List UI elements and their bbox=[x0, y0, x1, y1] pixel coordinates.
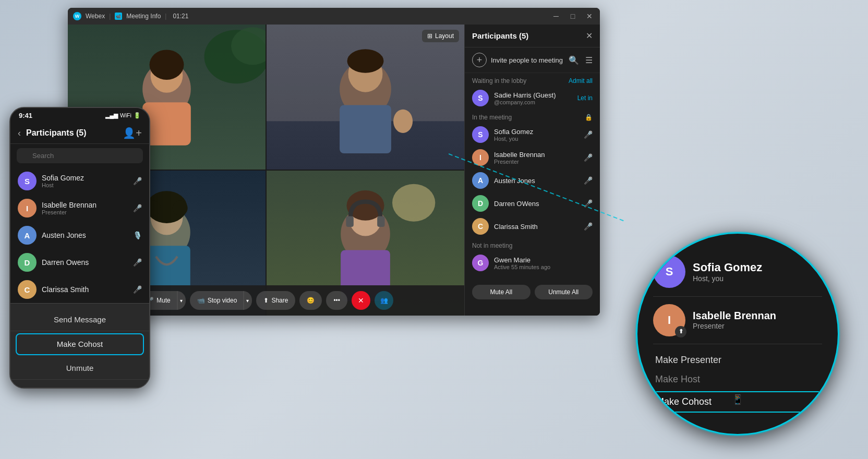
svg-point-13 bbox=[347, 49, 383, 73]
svg-point-22 bbox=[392, 184, 435, 222]
layout-label: Layout bbox=[435, 32, 454, 40]
lobby-avatar: S bbox=[472, 90, 489, 106]
panel-title: Participants (5) bbox=[472, 31, 528, 40]
minimize-button[interactable]: ─ bbox=[551, 11, 561, 21]
circle-sofia-info: Sofia Gomez Host, you bbox=[693, 261, 762, 283]
mobile-isabelle-avatar: I bbox=[18, 199, 37, 218]
end-call-icon: ✕ bbox=[358, 296, 364, 305]
mobile-clarissa[interactable]: C Clarissa Smith 🎤 bbox=[10, 276, 149, 303]
close-button[interactable]: ✕ bbox=[584, 11, 595, 21]
search-input[interactable] bbox=[17, 148, 143, 163]
austen-mobile-mic: 🎙️ bbox=[133, 231, 142, 239]
participant-isabelle[interactable]: I Isabelle Brennan Presenter 🎤 bbox=[465, 146, 600, 169]
send-message-action[interactable]: Send Message bbox=[10, 309, 149, 331]
mobile-frame: 9:41 ▂▄▆ WiFi 🔋 ‹ Participants (5) 👤+ 🔍 … bbox=[9, 107, 150, 389]
gwen-avatar: G bbox=[472, 255, 489, 271]
circle-divider-1 bbox=[653, 296, 822, 297]
invite-section: + Invite people to meeting 🔍 ☰ bbox=[465, 47, 600, 73]
stop-video-button[interactable]: 📹 Stop video bbox=[190, 291, 245, 310]
layout-button[interactable]: ⊞ Layout bbox=[422, 30, 459, 42]
sofia-mobile-mic: 🎤 bbox=[133, 177, 142, 185]
sofia-name: Sofia Gomez bbox=[494, 128, 578, 136]
more-button[interactable]: ••• bbox=[326, 291, 347, 310]
darren-name: Darren OWens bbox=[494, 200, 578, 208]
clarissa-mic-icon: 🎤 bbox=[584, 222, 593, 231]
end-call-button[interactable]: ✕ bbox=[352, 291, 370, 310]
mobile-panel-title: Participants (5) bbox=[26, 128, 117, 138]
panel-close-button[interactable]: ✕ bbox=[586, 31, 593, 41]
layout-icon: ⊞ bbox=[427, 32, 432, 40]
mobile-austen-info: Austen Jones bbox=[42, 231, 86, 239]
isabelle-name: Isabelle Brennan bbox=[494, 151, 578, 159]
clarissa-info: Clarissa Smith bbox=[494, 223, 578, 231]
mobile-isabelle-info: Isabelle Brennan Presenter bbox=[42, 201, 97, 215]
make-presenter-item[interactable]: Make Presenter bbox=[653, 351, 822, 370]
meeting-info-label: Meeting Info bbox=[126, 13, 161, 20]
gwen-name: Gwen Marie bbox=[494, 256, 593, 264]
mobile-darren-name: Darren Owens bbox=[42, 258, 89, 267]
mute-all-button[interactable]: Mute All bbox=[472, 285, 531, 299]
mobile-isabelle[interactable]: I Isabelle Brennan Presenter 🎤 bbox=[10, 195, 149, 222]
isabelle-role: Presenter bbox=[494, 159, 578, 165]
make-host-label: Make Host bbox=[655, 374, 700, 384]
search-participants-button[interactable]: 🔍 bbox=[569, 55, 579, 65]
meeting-section-header: In the meeting 🔒 bbox=[465, 110, 600, 123]
video-dropdown[interactable]: ▾ bbox=[243, 291, 252, 310]
participant-darren[interactable]: D Darren OWens 🎤 bbox=[465, 192, 600, 215]
participant-sofia[interactable]: S Sofia Gomez Host, you 🎤 bbox=[465, 123, 600, 146]
circle-sofia-name: Sofia Gomez bbox=[693, 261, 762, 274]
make-presenter-label: Make Presenter bbox=[655, 355, 721, 365]
circle-isabelle-info: Isabelle Brennan Presenter bbox=[693, 310, 776, 330]
window-controls: ─ □ ✕ bbox=[551, 11, 595, 21]
svg-point-12 bbox=[393, 110, 413, 133]
participant-clarissa[interactable]: C Clarissa Smith 🎤 bbox=[465, 215, 600, 238]
participant-austen[interactable]: A Austen Jones 🎤 bbox=[465, 169, 600, 192]
darren-mic-icon: 🎤 bbox=[584, 199, 593, 208]
app-title: Webex bbox=[86, 13, 105, 20]
gwen-activity: Active 55 minutes ago bbox=[494, 264, 593, 270]
make-cohost-action[interactable]: Make Cohost bbox=[16, 333, 144, 355]
sort-participants-button[interactable]: ☰ bbox=[585, 55, 593, 65]
mobile-header: ‹ Participants (5) 👤+ bbox=[10, 123, 149, 144]
mute-dropdown[interactable]: ▾ bbox=[177, 291, 186, 310]
austen-name: Austen Jones bbox=[494, 177, 578, 185]
share-label: Share bbox=[271, 297, 288, 304]
add-person-button[interactable]: 👤+ bbox=[123, 127, 142, 139]
admit-all-button[interactable]: Admit all bbox=[569, 77, 593, 84]
wifi-icon: WiFi bbox=[120, 112, 131, 118]
mobile-participant-list: S Sofia Gomez Host 🎤 I Isabelle Brennan … bbox=[10, 167, 149, 303]
video-icon: 📹 bbox=[197, 297, 205, 304]
share-button[interactable]: ⬆ Share bbox=[256, 291, 295, 310]
mobile-sofia[interactable]: S Sofia Gomez Host 🎤 bbox=[10, 167, 149, 195]
unmute-all-button[interactable]: Unmute All bbox=[535, 285, 593, 299]
austen-info: Austen Jones bbox=[494, 177, 578, 185]
mobile-sofia-role: Host bbox=[42, 182, 84, 188]
make-host-item[interactable]: Make Host bbox=[653, 370, 822, 389]
invite-button[interactable]: + bbox=[472, 53, 487, 67]
stop-video-label: Stop video bbox=[208, 297, 237, 304]
mobile-action-sheet: Send Message Make Cohost Unmute Mute All… bbox=[10, 303, 149, 389]
mobile-austen-avatar: A bbox=[18, 226, 37, 245]
emoji-button[interactable]: 😊 bbox=[299, 291, 322, 310]
mobile-darren-avatar: D bbox=[18, 253, 37, 272]
video-cell-2 bbox=[267, 25, 464, 170]
mobile-darren[interactable]: D Darren Owens 🎤 bbox=[10, 249, 149, 276]
send-message-label: Send Message bbox=[54, 315, 106, 324]
participants-toggle[interactable]: 👥 bbox=[375, 291, 393, 310]
lobby-participant[interactable]: S Sadie Harris (Guest) @company.com Let … bbox=[465, 87, 600, 110]
participants-panel: Participants (5) ✕ + Invite people to me… bbox=[464, 25, 600, 316]
gwen-info: Gwen Marie Active 55 minutes ago bbox=[494, 256, 593, 270]
maximize-button[interactable]: □ bbox=[568, 11, 578, 21]
mobile-clarissa-name: Clarissa Smith bbox=[42, 285, 89, 294]
mute-all-action[interactable]: Mute All bbox=[10, 380, 149, 389]
back-button[interactable]: ‹ bbox=[18, 128, 21, 139]
unmute-action[interactable]: Unmute bbox=[10, 357, 149, 380]
circle-isabelle-name: Isabelle Brennan bbox=[693, 310, 776, 322]
mobile-austen[interactable]: A Austen Jones 🎙️ bbox=[10, 222, 149, 249]
lobby-email: @company.com bbox=[494, 99, 572, 105]
mobile-time: 9:41 bbox=[19, 112, 32, 119]
circle-sofia-section: S Sofia Gomez Host, you bbox=[653, 256, 822, 288]
svg-rect-28 bbox=[377, 216, 384, 227]
let-in-button[interactable]: Let in bbox=[577, 94, 593, 102]
participant-gwen[interactable]: G Gwen Marie Active 55 minutes ago bbox=[465, 251, 600, 274]
